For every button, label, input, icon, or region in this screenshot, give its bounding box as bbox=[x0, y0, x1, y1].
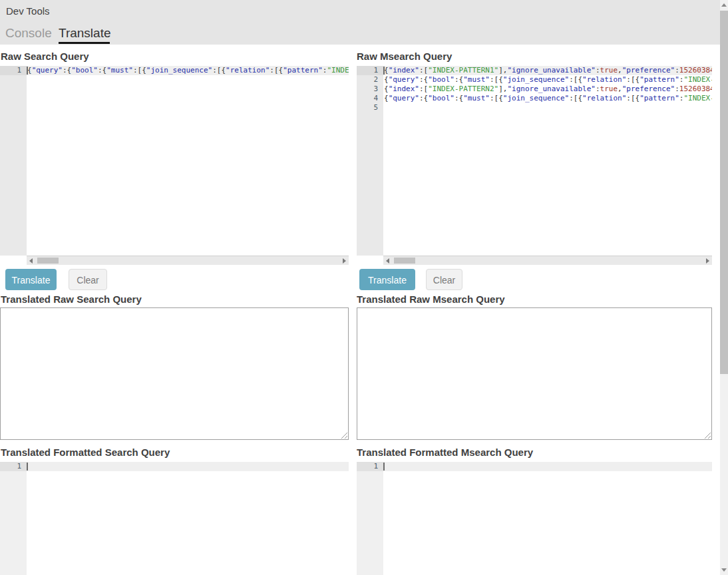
translated-formatted-search-editor[interactable]: 1 bbox=[0, 462, 349, 575]
raw-search-query-heading: Raw Search Query bbox=[1, 51, 89, 62]
app-title: Dev Tools bbox=[6, 5, 50, 17]
horizontal-scrollbar[interactable] bbox=[383, 256, 712, 265]
scroll-right-arrow-icon[interactable] bbox=[343, 258, 346, 264]
editor-content[interactable]: {"index":["INDEX-PATTERN1"],"ignore_unav… bbox=[383, 66, 712, 256]
line-number: 1 bbox=[357, 462, 383, 471]
code-line[interactable]: {"query":{"bool":{"must":[{"join_sequenc… bbox=[383, 75, 712, 85]
horizontal-scrollbar[interactable] bbox=[27, 256, 349, 265]
editor-gutter: 1 bbox=[0, 462, 27, 575]
text-cursor bbox=[383, 67, 385, 75]
translate-search-button[interactable]: Translate bbox=[5, 269, 57, 290]
code-line[interactable]: {"query":{"bool":{"must":[{"join_sequenc… bbox=[383, 94, 712, 103]
scroll-right-arrow-icon[interactable] bbox=[706, 258, 709, 264]
page-vertical-scrollbar[interactable] bbox=[720, 0, 728, 575]
active-tab-underline bbox=[59, 42, 110, 44]
code-line[interactable]: {"query":{"bool":{"must":[{"join_sequenc… bbox=[27, 66, 349, 75]
editor-gutter: 12345 bbox=[357, 66, 383, 256]
editor-gutter: 1 bbox=[357, 462, 383, 575]
tab-console[interactable]: Console bbox=[5, 26, 52, 41]
scroll-left-arrow-icon[interactable] bbox=[386, 258, 389, 264]
translate-msearch-button[interactable]: Translate bbox=[359, 269, 415, 290]
clear-search-button[interactable]: Clear bbox=[69, 269, 107, 290]
editor-content[interactable] bbox=[383, 462, 712, 575]
code-line[interactable] bbox=[27, 462, 349, 471]
editor-content[interactable] bbox=[27, 462, 349, 575]
text-cursor bbox=[27, 67, 28, 75]
scroll-down-arrow-icon[interactable] bbox=[720, 566, 728, 575]
clear-msearch-button[interactable]: Clear bbox=[426, 269, 462, 290]
code-line[interactable] bbox=[383, 103, 712, 112]
editor-content[interactable]: {"query":{"bool":{"must":[{"join_sequenc… bbox=[27, 66, 349, 256]
translated-formatted-msearch-heading: Translated Formatted Msearch Query bbox=[357, 447, 533, 458]
line-number: 1 bbox=[0, 66, 27, 75]
raw-search-editor[interactable]: 1 {"query":{"bool":{"must":[{"join_seque… bbox=[0, 66, 349, 265]
header-bar: Dev Tools Console Translate bbox=[0, 0, 720, 45]
line-number: 1 bbox=[357, 66, 383, 75]
translated-raw-msearch-heading: Translated Raw Msearch Query bbox=[357, 293, 505, 305]
scroll-up-arrow-icon[interactable] bbox=[720, 0, 728, 9]
editor-gutter: 1 bbox=[0, 66, 27, 256]
scroll-left-arrow-icon[interactable] bbox=[29, 258, 33, 264]
raw-msearch-editor[interactable]: 12345 {"index":["INDEX-PATTERN1"],"ignor… bbox=[357, 66, 712, 265]
code-line[interactable]: {"index":["INDEX-PATTERN2"],"ignore_unav… bbox=[383, 85, 712, 94]
code-line[interactable] bbox=[383, 462, 712, 471]
scrollbar-thumb[interactable] bbox=[37, 258, 59, 264]
line-number: 1 bbox=[0, 462, 27, 471]
code-line[interactable]: {"index":["INDEX-PATTERN1"],"ignore_unav… bbox=[383, 66, 712, 75]
line-number: 3 bbox=[357, 85, 383, 94]
raw-msearch-query-heading: Raw Msearch Query bbox=[357, 51, 452, 62]
scrollbar-thumb[interactable] bbox=[720, 11, 728, 374]
translated-raw-search-textarea[interactable] bbox=[0, 307, 349, 440]
scrollbar-thumb[interactable] bbox=[394, 258, 415, 264]
translated-raw-msearch-textarea[interactable] bbox=[357, 307, 712, 440]
text-cursor bbox=[27, 463, 28, 471]
line-number: 2 bbox=[357, 75, 383, 85]
tab-translate[interactable]: Translate bbox=[59, 26, 111, 41]
text-cursor bbox=[383, 463, 385, 471]
line-number: 5 bbox=[357, 103, 383, 112]
translated-formatted-search-heading: Translated Formatted Search Query bbox=[1, 447, 170, 458]
translated-formatted-msearch-editor[interactable]: 1 bbox=[357, 462, 712, 575]
line-number: 4 bbox=[357, 94, 383, 103]
translated-raw-search-heading: Translated Raw Search Query bbox=[1, 293, 142, 305]
